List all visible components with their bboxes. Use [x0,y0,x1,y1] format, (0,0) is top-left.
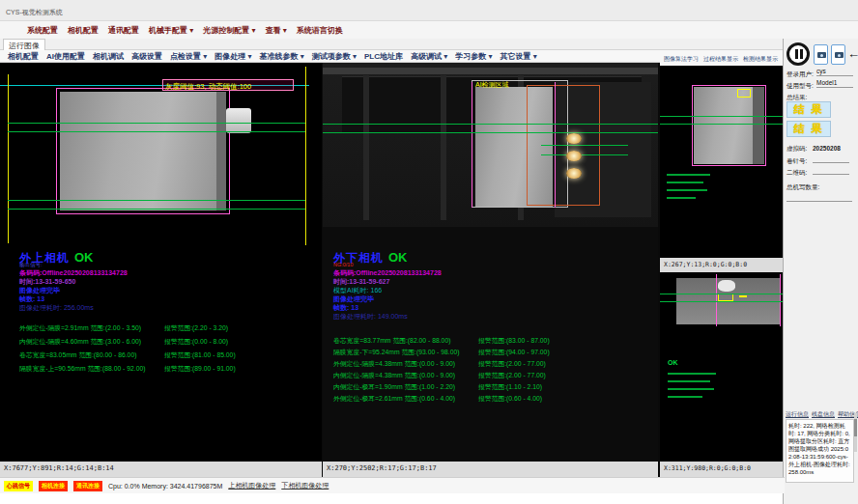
led-glow [566,133,582,144]
overlay-green-line [660,124,783,125]
green-text-line [668,388,714,390]
overlay-green-line [323,132,658,133]
overlay-yellow-mark [718,294,733,301]
camera-thumb-lower-inner[interactable]: OK [660,272,783,462]
green-text-line [667,189,707,191]
tab-strip: 运行图像 [0,39,858,50]
measure-alarm: 报警范围:(2.20 - 3.20) [164,323,228,333]
result-badge-2: 结 果 [786,121,831,137]
qr-field[interactable] [813,166,849,175]
camera-thumb-upper-inner[interactable] [660,66,783,258]
overlay-roi-box [56,88,230,214]
overlay-roi-box [692,85,766,166]
back-arrow-icon[interactable]: ← [847,46,858,61]
camera-view-lower-outer[interactable]: AI检测区域 外下相机OK NG:0/10 条码码:Offline2025020… [323,63,658,462]
cpu-memory-text: Cpu: 0.0% Memory: 3424.41796875M [108,483,222,490]
tab-algorithm-learning[interactable]: 图像算法学习 [664,55,699,64]
pause-icon [795,49,798,59]
heartbeat-status-badge: 心跳信号 [4,481,33,491]
info-links-row: 运行信息 线盘信息 帮助信息 [786,410,858,419]
green-text-line [668,373,716,375]
tool-ai-config[interactable]: AI使用配置 [46,51,85,62]
menu-light-config[interactable]: 光源控制配置 ▾ [203,25,255,36]
overlay-green-line [660,301,783,302]
overlay-magenta-line [780,274,781,326]
pause-button[interactable] [786,42,810,66]
tool-plc-address[interactable]: PLC地址库 [364,51,403,62]
link-reel-info[interactable]: 线盘信息 [812,410,835,419]
tab-run-image[interactable]: 运行图像 [3,39,45,50]
measure-row: 隔膜宽度-下=95.24mm 范围:(93.00 - 98.00) [333,348,460,357]
green-text-line [667,182,703,183]
tool-baseline-params[interactable]: 基准线参数 ▾ [260,51,304,62]
green-text-line [668,396,702,398]
pin-field[interactable] [813,154,849,163]
pause-icon [800,49,803,59]
menu-robot-config[interactable]: 机械手配置 ▾ [149,25,193,36]
measure-alarm: 报警范围:(2.00 - 77.00) [478,359,546,369]
login-user-field[interactable]: cys [816,68,853,76]
model-field[interactable]: Model1 [816,79,853,88]
pin-label: 卷针号: [786,157,807,166]
mid-ng-line: NG:0/10 [333,262,353,267]
right-column-header: 图像算法学习 过程结果显示 检测结果显示 [660,52,783,66]
machine-strut [441,75,446,220]
measure-alarm: 报警范围:(0.60 - 4.00) [478,394,542,404]
measure-alarm: 报警范围:(89.00 - 91.00) [164,364,236,374]
tool-camera-config[interactable]: 相机配置 [8,51,39,62]
tool-advanced-settings[interactable]: 高级设置 [131,51,162,62]
window-title: CYS-视觉检测系统 [6,8,63,17]
stats-scrollbar[interactable] [854,413,857,452]
measure-alarm: 报警范围:(0.00 - 8.00) [164,337,228,347]
overlay-green-line [8,200,305,201]
camera-connect-badge: 相机连接 [39,481,68,491]
measure-alarm: 报警范围:(83.00 - 87.00) [478,336,550,346]
overlay-yellow-dash [739,295,747,297]
overlay-magenta-line [472,82,472,208]
tool-advanced-debug[interactable]: 高级调试 ▾ [411,51,447,62]
tool-learning-params[interactable]: 学习参数 ▾ [455,51,492,62]
link-run-info[interactable]: 运行信息 [786,410,809,419]
camera-view-upper-outer[interactable]: 灰度阈值:93, 动态阈值:100 外上相机OK 输出信号: 条码码:Offli… [0,63,322,462]
menu-system-config[interactable]: 系统配置 [27,25,58,36]
menu-view[interactable]: 查看 ▾ [266,25,287,36]
left-cost-line: 图像处理耗时: 256.00ms [19,303,94,313]
camera-lens-icon [838,54,841,57]
tool-other-settings[interactable]: 其它设置 ▾ [500,51,537,62]
overlay-green-line [8,123,305,124]
overlay-yellow-mark [737,89,751,98]
stats-scrollbar-thumb[interactable] [854,419,857,436]
mid-status-ok: OK [388,250,408,265]
overlay-yellow-line-left [8,74,9,243]
overlay-green-line [660,116,783,117]
menu-language-switch[interactable]: 系统语言切换 [297,25,343,36]
write-count-field[interactable] [786,193,852,202]
green-text-line [667,174,710,176]
model-label: 使用型号: [786,82,814,91]
camera-save-button[interactable] [831,44,845,65]
tool-spot-check[interactable]: 点检设置 ▾ [170,51,207,62]
tool-camera-debug[interactable]: 相机调试 [93,51,124,62]
measure-row: 内侧定位-隔膜=4.60mm 范围:(3.00 - 6.00) [19,337,141,347]
measure-row: 外侧定位-隔膜=4.38mm 范围:(0.00 - 9.00) [333,359,455,369]
tab-process-result[interactable]: 过程结果显示 [703,55,738,64]
green-text-line [667,197,696,199]
menu-comm-config[interactable]: 通讯配置 [108,25,139,36]
camera-snapshot-button[interactable] [814,44,828,65]
tool-image-processing[interactable]: 图像处理 ▾ [214,51,251,62]
menu-camera-config[interactable]: 相机配置 [68,25,99,36]
overlay-green-line [660,294,783,294]
measure-row: 内侧定位-隔膜=4.38mm 范围:(0.00 - 9.00) [333,371,455,380]
tab-detect-result[interactable]: 检测结果显示 [743,55,778,64]
thumb-lower-coords: X:311;Y:980;R:0;G:0;B:0 [660,462,783,477]
tool-test-params[interactable]: 测试项参数 ▾ [312,51,357,62]
machine-edge [323,68,658,74]
upper-camera-process-link[interactable]: 上相机图像处理 [228,481,275,490]
measure-alarm: 报警范围:(94.00 - 97.00) [478,348,550,357]
measure-row: 内侧定位-极耳=1.90mm 范围:(1.00 - 2.20) [333,382,455,392]
vcode-label: 虚拟码: [786,145,807,154]
threshold-label-box: 灰度阈值:93, 动态阈值:100 [162,79,294,91]
menu-bar: 系统配置 相机配置 通讯配置 机械手配置 ▾ 光源控制配置 ▾ 查看 ▾ 系统语… [0,21,858,39]
machine-strut [363,75,369,220]
lower-camera-process-link[interactable]: 下相机图像处理 [281,481,329,490]
